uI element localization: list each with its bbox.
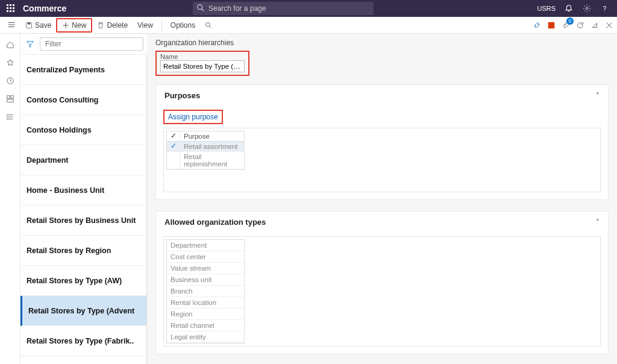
view-label: View bbox=[137, 21, 153, 30]
hierarchy-list-item[interactable]: Home - Business Unit bbox=[20, 175, 146, 206]
svg-point-24 bbox=[6, 119, 7, 120]
allowed-type-row[interactable]: Business unit bbox=[167, 274, 244, 286]
main-content: Organization hierarchies Name Purposes ˄… bbox=[147, 34, 617, 364]
svg-rect-7 bbox=[10, 10, 11, 12]
hierarchy-list-item[interactable]: Retail Stores by Type (Fabrik.. bbox=[20, 326, 146, 356]
recent-icon[interactable] bbox=[4, 75, 16, 87]
hierarchy-list-item[interactable]: Contoso Consulting bbox=[20, 85, 146, 115]
allowed-types-table-wrap: DepartmentCost centerValue streamBusines… bbox=[163, 236, 601, 347]
app-header: Commerce USRS ? bbox=[0, 0, 617, 17]
save-label: Save bbox=[35, 21, 51, 30]
purpose-row[interactable]: ✓Retail assortment bbox=[167, 142, 244, 152]
filter-icon[interactable] bbox=[24, 40, 36, 48]
svg-rect-19 bbox=[7, 96, 9, 98]
page-heading: Organization hierarchies bbox=[155, 39, 609, 47]
name-input[interactable] bbox=[160, 60, 245, 72]
global-search-wrap bbox=[193, 2, 374, 15]
purpose-column-header: Purpose bbox=[180, 131, 244, 141]
hierarchy-list-item[interactable]: Contoso Holdings bbox=[20, 115, 146, 145]
options-button[interactable]: Options bbox=[166, 19, 200, 31]
hierarchy-list-item[interactable]: Retail Stores by Business Unit bbox=[20, 206, 146, 236]
delete-label: Delete bbox=[107, 21, 128, 30]
allowed-types-table: DepartmentCost centerValue streamBusines… bbox=[166, 239, 245, 344]
options-label: Options bbox=[171, 21, 195, 30]
allowed-types-card: Allowed organization types ˄ DepartmentC… bbox=[155, 211, 609, 354]
new-label: New bbox=[72, 21, 86, 30]
save-button[interactable]: Save bbox=[20, 19, 56, 31]
checkbox-header[interactable]: ✓ bbox=[167, 131, 180, 141]
allowed-type-row[interactable]: Branch bbox=[167, 286, 244, 297]
chevron-up-icon[interactable]: ˄ bbox=[596, 218, 600, 226]
popout-icon[interactable] bbox=[590, 21, 599, 30]
search-icon bbox=[196, 4, 205, 12]
allowed-types-heading: Allowed organization types bbox=[164, 218, 266, 227]
nav-rail bbox=[0, 34, 20, 364]
view-button[interactable]: View bbox=[133, 19, 158, 31]
hierarchy-list-item[interactable]: Retail Stores by Type (AW) bbox=[20, 266, 146, 296]
svg-point-15 bbox=[206, 22, 210, 27]
check-icon: ✓ bbox=[167, 142, 180, 151]
separator bbox=[161, 20, 162, 31]
filter-input[interactable] bbox=[40, 37, 143, 51]
hierarchy-list-item[interactable]: Centralized Payments bbox=[20, 55, 146, 85]
allowed-type-row[interactable]: Region bbox=[167, 309, 244, 320]
app-launcher-icon[interactable] bbox=[4, 4, 18, 13]
svg-rect-17 bbox=[548, 22, 555, 28]
svg-rect-6 bbox=[7, 10, 8, 12]
check-icon bbox=[167, 152, 180, 169]
svg-text:?: ? bbox=[603, 5, 607, 12]
purposes-card: Purposes ˄ Assign purpose ✓ Purpose ✓Ret… bbox=[155, 84, 609, 200]
hierarchy-list-item[interactable]: Retail Stores by Region bbox=[20, 236, 146, 266]
delete-button[interactable]: Delete bbox=[92, 19, 133, 31]
help-icon[interactable]: ? bbox=[600, 4, 610, 13]
chevron-up-icon[interactable]: ˄ bbox=[596, 92, 600, 99]
app-title: Commerce bbox=[23, 4, 66, 13]
office-icon[interactable] bbox=[547, 21, 556, 30]
close-icon[interactable] bbox=[605, 21, 613, 30]
attachments-icon[interactable] bbox=[562, 21, 570, 30]
svg-point-22 bbox=[6, 115, 7, 116]
svg-rect-3 bbox=[7, 7, 8, 9]
bell-icon[interactable] bbox=[564, 4, 574, 13]
purpose-value: Retail assortment bbox=[180, 142, 244, 151]
refresh-icon[interactable] bbox=[576, 21, 584, 30]
allowed-type-row[interactable]: Rental location bbox=[167, 297, 244, 309]
global-search-input[interactable] bbox=[193, 2, 374, 15]
allowed-type-row[interactable]: Value stream bbox=[167, 263, 244, 274]
svg-point-11 bbox=[586, 7, 588, 10]
allowed-type-row[interactable]: Retail channel bbox=[167, 320, 244, 331]
svg-point-9 bbox=[198, 5, 202, 10]
plus-icon bbox=[62, 22, 69, 29]
favorites-icon[interactable] bbox=[4, 57, 16, 69]
svg-point-23 bbox=[6, 116, 7, 118]
svg-rect-5 bbox=[13, 7, 14, 9]
nav-toggle-icon[interactable] bbox=[7, 20, 16, 29]
assign-purpose-link[interactable]: Assign purpose bbox=[163, 110, 223, 124]
hierarchy-list-item[interactable]: Retail Stores by Type (Advent bbox=[20, 296, 146, 326]
svg-rect-21 bbox=[7, 99, 13, 102]
allowed-type-row[interactable]: Cost center bbox=[167, 251, 244, 263]
hierarchy-list-pane: Centralized PaymentsContoso ConsultingCo… bbox=[20, 34, 147, 364]
hierarchy-list-item[interactable]: Department bbox=[20, 145, 146, 175]
trash-icon bbox=[97, 22, 104, 29]
svg-rect-2 bbox=[13, 4, 14, 6]
svg-rect-8 bbox=[13, 10, 14, 12]
link-icon[interactable] bbox=[533, 21, 541, 30]
user-label[interactable]: USRS bbox=[537, 5, 556, 12]
purpose-value: Retail replenishment bbox=[180, 152, 244, 169]
find-button[interactable] bbox=[200, 20, 217, 31]
purposes-heading: Purposes bbox=[164, 91, 200, 100]
home-icon[interactable] bbox=[4, 39, 16, 51]
purpose-row[interactable]: Retail replenishment bbox=[167, 152, 244, 169]
workspaces-icon[interactable] bbox=[4, 93, 16, 105]
gear-icon[interactable] bbox=[582, 4, 592, 13]
modules-icon[interactable] bbox=[4, 111, 16, 123]
svg-rect-14 bbox=[28, 22, 31, 24]
save-icon bbox=[25, 22, 33, 29]
new-button[interactable]: New bbox=[56, 18, 92, 33]
allowed-type-row[interactable]: Department bbox=[167, 240, 244, 251]
command-bar: Save New Delete View Options bbox=[0, 17, 617, 34]
allowed-type-row[interactable]: Legal entity bbox=[167, 331, 244, 343]
svg-rect-1 bbox=[10, 4, 11, 6]
svg-line-16 bbox=[210, 26, 211, 28]
